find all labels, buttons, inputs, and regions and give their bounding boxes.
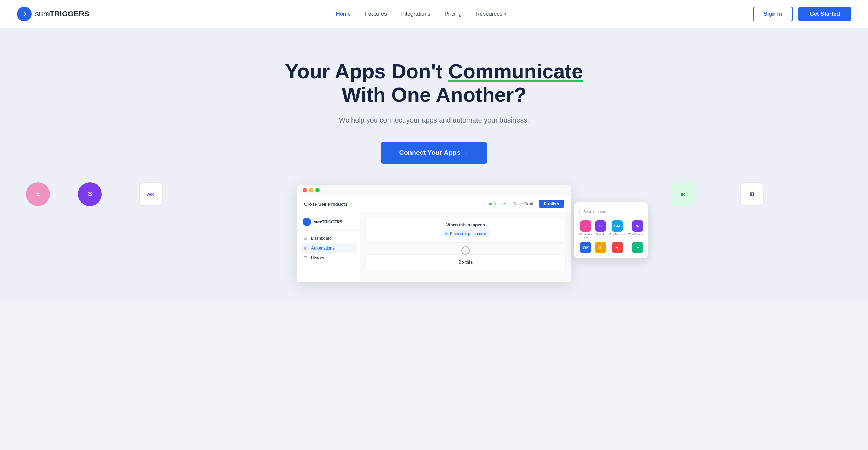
logo-icon [17,7,32,21]
wp-icon: WP [580,242,591,253]
nav-resources[interactable]: Resources ▾ [476,11,506,17]
app2-icon: ⭐ [595,242,606,253]
app4-icon: ✦ [632,242,643,253]
navbar: sureTRIGGERS Home Features Integrations … [0,0,868,28]
automations-icon: ⚙ [303,245,308,251]
nav-integrations[interactable]: Integrations [401,11,430,17]
float-lite-icon: lite [671,182,695,206]
float-grid-icon: ⊞ [740,182,764,206]
nav-pricing[interactable]: Pricing [445,11,462,17]
sidebar-item-dashboard[interactable]: ⊞ Dashboard [297,233,360,243]
action-heading: Do this [371,260,560,265]
float-elementor-icon: E [26,182,50,206]
hero-section: Your Apps Don't Communicate With One Ano… [0,28,868,302]
hero-subtitle: We help you connect your apps and automa… [14,116,854,124]
add-step-button[interactable]: + [461,246,470,255]
nav-links: Home Features Integrations Pricing Resou… [336,11,506,17]
float-woo-icon: woo [139,182,163,206]
action-section: Do this [366,255,565,270]
floating-icons: E S woo lite ⊞ [0,179,868,235]
list-item: WP [579,242,592,253]
sidebar-item-automations[interactable]: ⚙ Automations [300,243,357,253]
nav-features[interactable]: Features [365,11,387,17]
nav-actions: Sign In Get Started [753,7,851,21]
connect-apps-button[interactable]: Connect Your Apps → [381,142,487,164]
get-started-button[interactable]: Get Started [798,7,851,21]
hero-title: Your Apps Don't Communicate With One Ano… [276,60,592,106]
logo[interactable]: sureTRIGGERS [17,7,89,21]
float-suretriggers-icon: S [78,182,102,206]
chevron-down-icon: ▾ [504,12,506,16]
list-item: ⭐ [595,242,606,253]
nav-home[interactable]: Home [336,11,351,17]
list-item: ♦ [609,242,625,253]
logo-text: sureTRIGGERS [35,9,89,19]
sign-in-button[interactable]: Sign In [753,7,793,21]
history-icon: ☰ [303,255,308,261]
list-item: ✦ [628,242,647,253]
dashboard-icon: ⊞ [303,236,308,241]
app3-icon: ♦ [612,242,623,253]
sidebar-item-history[interactable]: ☰ History [297,253,360,263]
